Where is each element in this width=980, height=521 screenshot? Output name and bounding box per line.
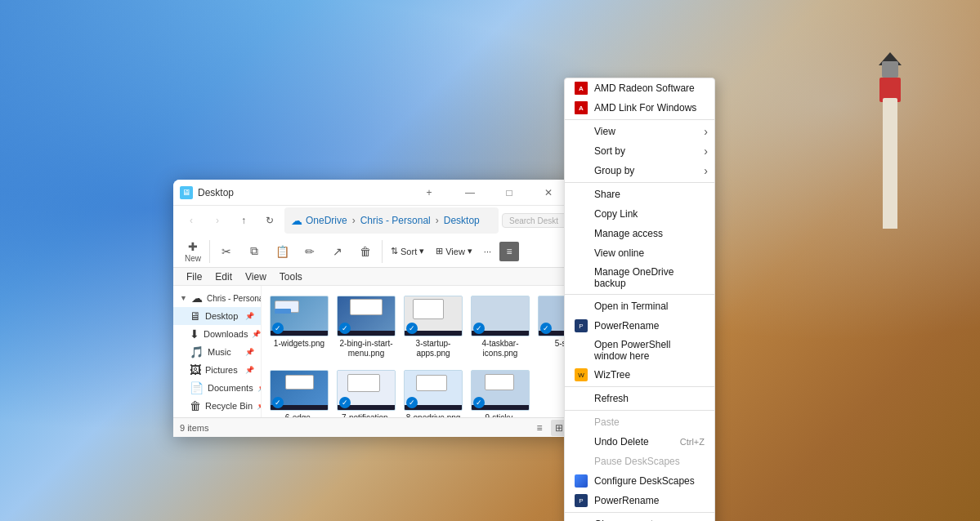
undo-icon [575,435,588,448]
view-icon [575,125,588,138]
terminal-icon [575,300,588,313]
sidebar-item-pictures[interactable]: 🖼 Pictures 📌 [173,361,261,379]
paste-icon: 📋 [275,245,289,258]
context-menu-group-by[interactable]: Group by [565,161,714,180]
context-menu-open-powershell[interactable]: Open PowerShell window here [565,336,714,365]
context-menu-sort-by[interactable]: Sort by [565,141,714,161]
search-input[interactable]: Search Deskt [502,213,567,228]
context-menu-refresh[interactable]: Refresh [565,389,714,408]
title-bar: 🖥 Desktop + — □ ✕ [173,180,574,206]
maximize-button[interactable]: □ [490,180,528,206]
chevron-icon: ▼ [180,294,187,302]
details-pane-button[interactable]: ≡ [499,242,519,261]
address-bar[interactable]: ☁ OneDrive › Chris - Personal › Desktop [284,207,499,234]
breadcrumb-chris[interactable]: Chris - Personal [360,215,431,226]
context-menu-configure-deskscapes[interactable]: Configure DeskScapes [565,471,714,491]
context-menu-give-access[interactable]: Give access to [565,514,714,521]
menu-view[interactable]: View [239,269,273,284]
pin-icon: 📌 [245,366,254,374]
new-button[interactable]: ✚ New [180,238,206,265]
separator-2 [565,182,714,183]
separator-6 [565,512,714,513]
explorer-window: 🖥 Desktop + — □ ✕ ‹ › ↑ ↻ ☁ OneDrive › C… [173,180,574,437]
share-icon [575,188,588,201]
context-menu-share[interactable]: Share [565,185,714,204]
documents-icon: 📄 [190,381,204,394]
sidebar-item-downloads[interactable]: ⬇ Downloads 📌 [173,325,261,343]
sidebar-item-desktop[interactable]: 🖥 Desktop 📌 [173,307,261,325]
up-button[interactable]: ↑ [232,209,255,232]
copy-button[interactable]: ⧉ [241,238,267,265]
file-item-2[interactable]: ✓ 2-bing-in-start-menu.png [335,292,397,362]
file-check-2: ✓ [339,323,351,334]
context-menu-manage-onedrive[interactable]: Manage OneDrive backup [565,263,714,292]
close-button[interactable]: ✕ [530,180,567,206]
file-item-8[interactable]: ✓ 8-onedrive.png [402,367,464,417]
context-menu-wiztree[interactable]: W WizTree [565,365,714,385]
pin-icon: 📌 [252,330,261,338]
sort-button[interactable]: ⇅ Sort ▾ [386,243,429,259]
cut-button[interactable]: ✂ [213,238,239,265]
sidebar: ▼ ☁ Chris - Personal 🖥 Desktop 📌 ⬇ Downl… [173,286,262,417]
context-menu-power-rename[interactable]: P PowerRename [565,316,714,336]
more-button[interactable]: ··· [479,244,496,259]
view-button[interactable]: ⊞ View ▾ [431,243,477,259]
rename-button[interactable]: ✏ [297,238,323,265]
paste-ribbon-button[interactable]: 📋 [269,238,295,265]
file-thumbnail-4: ✓ [471,296,530,336]
file-item-9[interactable]: ✓ 9-sticky-keys.png [469,367,531,417]
delete-icon: 🗑 [360,245,371,258]
list-view-button[interactable]: ≡ [531,420,548,436]
menu-file[interactable]: File [180,269,208,284]
context-menu-view-online[interactable]: View online [565,243,714,263]
context-menu-undo-delete[interactable]: Undo Delete Ctrl+Z [565,432,714,452]
context-menu-view[interactable]: View [565,122,714,141]
refresh-button[interactable]: ↻ [258,209,281,232]
sidebar-item-chris-personal[interactable]: ▼ ☁ Chris - Personal [173,289,261,307]
file-item-6[interactable]: ✓ 6-edge-start.png [268,367,330,417]
amd-link-icon: A [575,101,588,114]
context-menu-amd-radeon[interactable]: A AMD Radeon Software [565,78,714,98]
powershell-icon [575,344,588,357]
forward-button[interactable]: › [206,209,229,232]
amd-icon: A [575,82,588,95]
context-menu-paste[interactable]: Paste [565,412,714,432]
file-item-7[interactable]: ✓ 7-notification-settings.png [335,367,397,417]
back-button[interactable]: ‹ [180,209,203,232]
menu-bar: File Edit View Tools [173,268,574,286]
manage-access-icon [575,227,588,240]
give-access-icon [575,518,588,521]
context-menu-amd-link[interactable]: A AMD Link For Windows [565,98,714,118]
wiztree-icon: W [575,368,588,381]
context-menu-power-rename-2[interactable]: P PowerRename [565,491,714,510]
breadcrumb-onedrive[interactable]: OneDrive [306,215,347,226]
sidebar-item-documents[interactable]: 📄 Documents 📌 [173,379,261,397]
sidebar-item-music[interactable]: 🎵 Music 📌 [173,343,261,361]
desktop-icon: 🖥 [190,309,201,323]
file-item-1[interactable]: ✓ 1-widgets.png [268,292,330,362]
pin-icon: 📌 [245,348,254,356]
file-item-3[interactable]: ✓ 3-startup-apps.png [402,292,464,362]
context-menu-pause-deskscapes[interactable]: Pause DeskScapes [565,452,714,471]
delete-button[interactable]: 🗑 [352,238,378,265]
menu-edit[interactable]: Edit [208,269,239,284]
share-ribbon-button[interactable]: ↗ [324,238,351,265]
menu-tools[interactable]: Tools [273,269,309,284]
downloads-icon: ⬇ [190,327,199,341]
sidebar-item-recycle-bin[interactable]: 🗑 Recycle Bin 📌 [173,397,261,415]
context-menu-open-terminal[interactable]: Open in Terminal [565,296,714,316]
view-icon: ⊞ [436,246,443,256]
context-menu-manage-access[interactable]: Manage access [565,224,714,243]
sort-icon: ⇅ [391,246,398,256]
minimize-button[interactable]: — [451,180,489,206]
rename-icon: ✏ [305,245,315,258]
separator-4 [565,386,714,387]
sort-icon [575,145,588,158]
power-rename-icon: P [575,319,588,332]
context-menu-copy-link[interactable]: Copy Link [565,204,714,224]
window-title: Desktop [198,187,410,198]
file-item-4[interactable]: ✓ 4-taskbar-icons.png [469,292,531,362]
paste-icon [575,416,588,429]
tab-new-button[interactable]: + [410,180,448,206]
breadcrumb-desktop[interactable]: Desktop [444,215,480,226]
